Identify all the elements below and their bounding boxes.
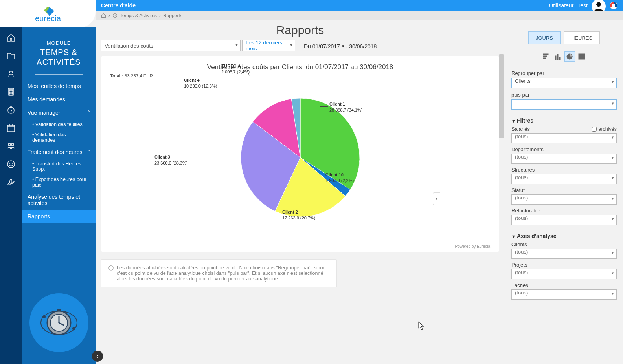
breadcrumb-module[interactable]: Temps & Activités — [120, 13, 157, 18]
module-label: MODULE — [22, 40, 96, 46]
filters-heading[interactable]: Filtres — [511, 117, 617, 124]
nav-hr-icon[interactable] — [6, 141, 17, 152]
nav-home-icon[interactable] — [6, 32, 17, 43]
chart-card: Ventilation des coûts par Clients, du 01… — [101, 56, 499, 252]
svg-point-15 — [12, 163, 13, 164]
help-center-link[interactable]: Centre d'aide — [101, 2, 136, 9]
info-note: ⓘ Les données affichées sont calculées d… — [101, 259, 337, 287]
sidebar-item-export-payroll[interactable]: Export des heures pour paie — [22, 174, 96, 190]
sidebar-item-validate-sheets[interactable]: Validation des feuilles — [22, 119, 96, 130]
toggle-hours-button[interactable]: HEURES — [564, 31, 600, 44]
user-name: Test — [577, 2, 588, 9]
svg-point-17 — [42, 315, 46, 318]
divider — [35, 74, 83, 75]
brand-logo: eurécia — [24, 5, 72, 23]
chart-title: Ventilation des coûts par Clients, du 01… — [110, 63, 490, 71]
powered-by: Powered by Eurécia — [455, 244, 491, 249]
filter-departments-select[interactable]: (tous) — [511, 154, 617, 164]
group-by-label: Regrouper par — [511, 70, 617, 76]
svg-point-13 — [7, 161, 15, 168]
then-by-select[interactable] — [511, 99, 617, 110]
svg-rect-23 — [57, 309, 61, 311]
chart-type-pie-icon[interactable] — [564, 51, 575, 62]
breadcrumb: › Temps & Activités › Rapports — [96, 11, 623, 20]
home-icon[interactable] — [101, 13, 106, 18]
locale-flag-fr[interactable] — [610, 2, 617, 9]
svg-point-1 — [596, 2, 601, 7]
nav-schedule-icon[interactable] — [6, 123, 17, 134]
top-bar: Centre d'aide Utilisateur Test — [96, 0, 623, 11]
pie-label-client1: Client 128 388,7 (34,1%) — [329, 101, 362, 113]
controls-row: Ventilation des coûts Les 12 derniers mo… — [101, 40, 499, 51]
svg-rect-27 — [555, 56, 556, 60]
svg-point-6 — [12, 92, 13, 93]
sidebar-item-timesheets[interactable]: Mes feuilles de temps — [22, 79, 96, 93]
stopwatch-icon — [39, 303, 79, 342]
report-type-select[interactable]: Ventilation des coûts — [101, 40, 241, 51]
pie-label-client10: Client 101 800,0 (2,2%) — [325, 172, 354, 184]
collapse-sidebar-button[interactable]: ‹ — [92, 351, 103, 362]
axis-projects-select[interactable]: (tous) — [511, 269, 617, 279]
date-range-label: Du 01/07/2017 au 30/06/2018 — [304, 42, 377, 49]
nav-files-icon[interactable] — [6, 50, 17, 61]
archived-checkbox[interactable]: archivés — [592, 126, 617, 132]
period-select[interactable]: Les 12 derniers mois — [242, 40, 295, 51]
svg-point-11 — [8, 143, 11, 146]
svg-rect-31 — [579, 54, 585, 59]
page-title: Rapports — [101, 20, 499, 40]
scrollbar-thumb[interactable] — [499, 54, 504, 138]
main-area: Rapports Ventilation des coûts Les 12 de… — [96, 20, 623, 364]
info-icon: ⓘ — [108, 265, 114, 282]
chevron-up-icon: ˄ — [88, 149, 90, 155]
sidebar-item-requests[interactable]: Mes demandes — [22, 93, 96, 106]
group-by-select[interactable]: Clients — [511, 78, 617, 88]
then-by-label: puis par — [511, 92, 617, 98]
chart-type-hbar-icon[interactable] — [541, 51, 552, 62]
pie-label-client3: Client 323 600,0 (28,3%) — [154, 154, 187, 166]
svg-point-5 — [9, 92, 10, 93]
filter-employees-select[interactable]: (tous) — [511, 133, 617, 143]
toggle-days-button[interactable]: JOURS — [528, 31, 561, 44]
chevron-up-icon: ˄ — [88, 110, 90, 115]
svg-point-18 — [72, 327, 75, 330]
content-area: Rapports Ventilation des coûts Les 12 de… — [96, 20, 505, 364]
axis-clients-select[interactable]: (tous) — [511, 249, 617, 259]
sidebar-item-hours-processing[interactable]: Traitement des heures˄ — [22, 145, 96, 159]
nav-time-icon[interactable] — [6, 104, 17, 115]
filter-status-select[interactable]: (tous) — [511, 194, 617, 205]
pie-label-client2: Client 217 263,0 (20,7%) — [282, 209, 315, 221]
collapse-right-panel-button[interactable]: ‹ — [433, 192, 440, 205]
pie-label-eurecia: EURECIA2 005,7 (2,4%) — [221, 63, 250, 75]
sidebar-item-reports[interactable]: Rapports — [22, 210, 96, 223]
person-icon — [593, 1, 604, 12]
chart-menu-icon[interactable] — [484, 66, 490, 70]
chart-type-vbar-icon[interactable] — [553, 51, 564, 62]
nav-feedback-icon[interactable] — [6, 159, 17, 170]
filter-structures-select[interactable]: (tous) — [511, 174, 617, 184]
axis-tasks-select[interactable]: (tous) — [511, 289, 617, 300]
nav-leave-icon[interactable] — [6, 68, 17, 79]
sidebar: MODULE TEMPS &ACTIVITÉS Mes feuilles de … — [22, 27, 96, 364]
svg-rect-28 — [557, 54, 558, 60]
chart-type-toggle — [511, 51, 617, 62]
svg-point-8 — [12, 93, 13, 94]
nav-icon-rail — [0, 27, 22, 364]
svg-rect-25 — [543, 56, 547, 57]
filter-employees: Salariés archivés (tous) — [511, 126, 617, 143]
sidebar-item-transfer-overtime[interactable]: Transfert des Heures Supp. — [22, 159, 96, 174]
clock-icon — [112, 13, 118, 18]
filter-billable-select[interactable]: (tous) — [511, 215, 617, 225]
right-panel: JOURS HEURES Regrouper par Clients puis … — [505, 20, 623, 364]
unit-toggle: JOURS HEURES — [511, 31, 617, 44]
chart-total: Total : 83 257,4 EUR — [110, 73, 490, 78]
svg-text:eurécia: eurécia — [35, 14, 61, 23]
nav-expenses-icon[interactable] — [6, 86, 17, 97]
sidebar-item-analysis[interactable]: Analyse des temps et activités — [22, 190, 96, 210]
sidebar-item-validate-requests[interactable]: Validation des demandes — [22, 130, 96, 145]
svg-rect-4 — [9, 90, 13, 91]
nav-settings-icon[interactable] — [6, 177, 17, 188]
sidebar-item-manager-view[interactable]: Vue manager˄ — [22, 106, 96, 119]
mouse-cursor-icon — [418, 321, 425, 332]
axes-heading[interactable]: Axes d'analyse — [511, 233, 617, 239]
chart-type-table-icon[interactable] — [576, 51, 587, 62]
